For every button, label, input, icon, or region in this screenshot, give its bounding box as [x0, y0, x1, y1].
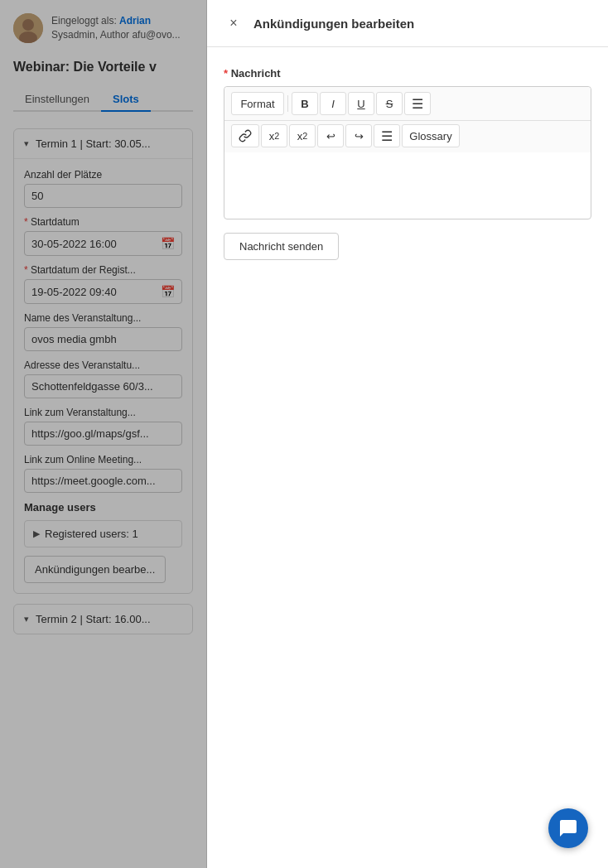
- italic-button[interactable]: I: [320, 92, 346, 115]
- undo-button[interactable]: ↩: [317, 124, 344, 147]
- modal-title: Ankündigungen bearbeiten: [253, 17, 414, 31]
- nachricht-label: * Nachricht: [224, 67, 591, 80]
- chat-bubble-button[interactable]: [548, 808, 588, 848]
- subscript-button[interactable]: x2: [289, 124, 316, 147]
- glossary-button[interactable]: Glossary: [402, 124, 460, 147]
- editor-toolbar-row2: x2 x2 ↩ ↪ ☰ Glossary: [224, 121, 591, 152]
- send-message-button[interactable]: Nachricht senden: [224, 233, 339, 260]
- editor-toolbar-row1: Format B I U S ☰: [224, 87, 591, 121]
- strikethrough-button[interactable]: S: [376, 92, 403, 115]
- close-button[interactable]: ×: [224, 13, 244, 33]
- bold-button[interactable]: B: [292, 92, 318, 115]
- format-button[interactable]: Format: [231, 92, 284, 115]
- underline-button[interactable]: U: [348, 92, 374, 115]
- link-button[interactable]: [231, 124, 259, 147]
- message-editor: Format B I U S ☰ x2 x2 ↩ ↪: [224, 86, 591, 219]
- superscript-button[interactable]: x2: [261, 124, 287, 147]
- list-button[interactable]: ☰: [404, 92, 431, 115]
- modal-header: × Ankündigungen bearbeiten: [207, 0, 608, 47]
- align-button[interactable]: ☰: [374, 124, 400, 147]
- message-input[interactable]: [224, 152, 591, 219]
- modal-panel: × Ankündigungen bearbeiten * Nachricht F…: [207, 0, 608, 868]
- chat-icon: [558, 818, 578, 838]
- modal-body: * Nachricht Format B I U S ☰: [207, 47, 608, 868]
- toolbar-separator-1: [287, 95, 288, 112]
- redo-button[interactable]: ↪: [345, 124, 372, 147]
